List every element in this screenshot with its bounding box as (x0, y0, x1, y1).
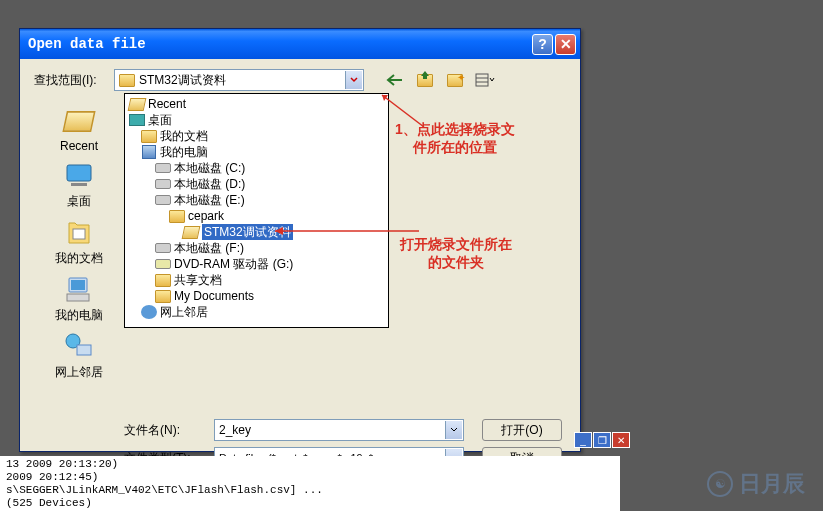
lookin-value: STM32调试资料 (139, 72, 226, 89)
filename-label: 文件名(N): (124, 422, 214, 439)
tree-mydocuments[interactable]: My Documents (127, 288, 386, 304)
svg-rect-4 (71, 183, 87, 186)
tree-disk-f[interactable]: 本地磁盘 (F:) (127, 240, 386, 256)
tree-desktop[interactable]: 桌面 (127, 112, 386, 128)
svg-rect-10 (77, 345, 91, 355)
svg-rect-3 (67, 165, 91, 181)
tree-recent[interactable]: Recent (127, 96, 386, 112)
tree-shared[interactable]: 共享文档 (127, 272, 386, 288)
tree-mycomputer[interactable]: 我的电脑 (127, 144, 386, 160)
tree-mydocs[interactable]: 我的文档 (127, 128, 386, 144)
tree-cepark[interactable]: cepark (127, 208, 386, 224)
nav-newfolder-icon[interactable]: ✦ (444, 69, 466, 91)
filename-combo[interactable]: 2_key (214, 419, 464, 441)
dialog-titlebar[interactable]: Open data file ? ✕ (20, 29, 580, 59)
annotation-2: 打开烧录文件所在 的文件夹 (400, 235, 512, 271)
tree-disk-e[interactable]: 本地磁盘 (E:) (127, 192, 386, 208)
background-window-buttons: _ ❐ ✕ (574, 432, 630, 448)
annotation-arrow-2 (269, 225, 419, 237)
filename-value: 2_key (219, 423, 251, 437)
bg-restore-icon[interactable]: ❐ (593, 432, 611, 448)
bg-close-icon[interactable]: ✕ (612, 432, 630, 448)
filename-dropdown-arrow[interactable] (445, 421, 462, 439)
tree-disk-c[interactable]: 本地磁盘 (C:) (127, 160, 386, 176)
chevron-down-icon (350, 77, 358, 83)
watermark-text: 日月辰 (739, 469, 805, 499)
places-bar: Recent 桌面 我的文档 我的电脑 网上邻居 (34, 95, 124, 381)
tree-network[interactable]: 网上邻居 (127, 304, 386, 320)
tree-disk-d[interactable]: 本地磁盘 (D:) (127, 176, 386, 192)
svg-rect-7 (71, 280, 85, 290)
combo-dropdown-arrow[interactable] (345, 71, 362, 89)
place-network[interactable]: 网上邻居 (55, 330, 103, 381)
place-mycomputer[interactable]: 我的电脑 (55, 273, 103, 324)
annotation-1: 1、点此选择烧录文 件所在的位置 (395, 120, 515, 156)
tree-dvd[interactable]: DVD-RAM 驱动器 (G:) (127, 256, 386, 272)
open-button[interactable]: 打开(O) (482, 419, 562, 441)
folder-icon (119, 74, 135, 87)
lookin-label: 查找范围(I): (34, 72, 114, 89)
svg-rect-8 (67, 294, 89, 301)
watermark: ☯ 日月辰 (707, 469, 805, 499)
help-button[interactable]: ? (532, 34, 553, 55)
place-desktop[interactable]: 桌面 (63, 159, 95, 210)
svg-rect-0 (476, 74, 488, 86)
place-recent[interactable]: Recent (60, 105, 98, 153)
svg-rect-5 (73, 229, 85, 239)
bg-minimize-icon[interactable]: _ (574, 432, 592, 448)
place-mydocs[interactable]: 我的文档 (55, 216, 103, 267)
folder-tree[interactable]: Recent 桌面 我的文档 我的电脑 本地磁盘 (C:) 本地磁盘 (D:) … (124, 93, 389, 328)
watermark-icon: ☯ (707, 471, 733, 497)
lookin-combo[interactable]: STM32调试资料 (114, 69, 364, 91)
console-output: 13 2009 20:13:20) 2009 20:12:45) s\SEGGE… (0, 456, 620, 511)
nav-view-icon[interactable] (474, 69, 496, 91)
dialog-title: Open data file (28, 36, 532, 52)
close-button[interactable]: ✕ (555, 34, 576, 55)
